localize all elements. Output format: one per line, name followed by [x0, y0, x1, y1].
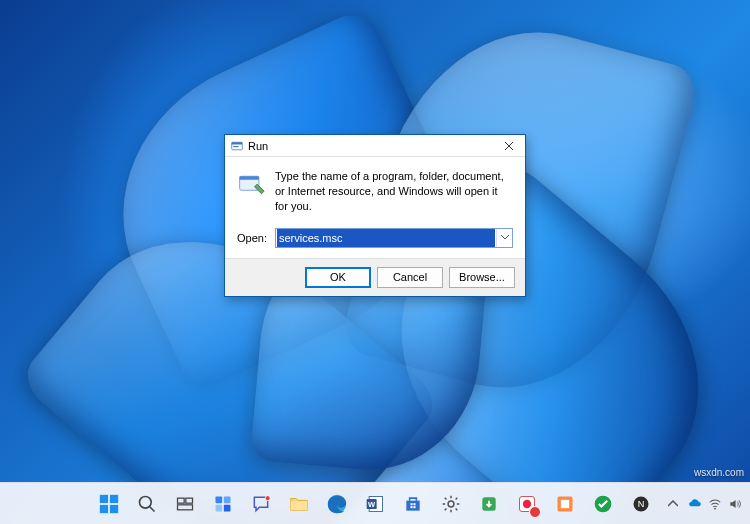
- task-view-icon: [174, 493, 196, 515]
- onedrive-icon[interactable]: [688, 497, 702, 511]
- svg-rect-2: [233, 146, 238, 147]
- watermark: wsxdn.com: [694, 467, 744, 478]
- wifi-icon[interactable]: [708, 497, 722, 511]
- svg-text:W: W: [368, 499, 376, 508]
- app-button-5[interactable]: N: [623, 486, 659, 522]
- widgets-icon: [212, 493, 234, 515]
- start-button[interactable]: [91, 486, 127, 522]
- svg-rect-17: [224, 504, 231, 511]
- svg-line-10: [150, 506, 155, 511]
- svg-rect-25: [413, 503, 415, 505]
- store-icon: [402, 493, 424, 515]
- svg-point-28: [448, 501, 454, 507]
- svg-rect-8: [110, 504, 118, 512]
- svg-rect-1: [232, 142, 243, 144]
- svg-rect-19: [291, 501, 308, 510]
- taskbar: W N: [0, 482, 750, 524]
- chevron-down-icon[interactable]: [496, 229, 512, 247]
- svg-rect-26: [411, 506, 413, 508]
- browse-button[interactable]: Browse...: [449, 267, 515, 288]
- ok-button[interactable]: OK: [305, 267, 371, 288]
- svg-rect-27: [413, 506, 415, 508]
- svg-rect-24: [411, 503, 413, 505]
- download-icon: [478, 493, 500, 515]
- chevron-up-icon[interactable]: [666, 497, 680, 511]
- svg-rect-16: [216, 504, 223, 511]
- svg-text:N: N: [638, 499, 645, 509]
- svg-rect-4: [240, 176, 259, 180]
- app-button-3[interactable]: [547, 486, 583, 522]
- dialog-title: Run: [248, 140, 268, 152]
- svg-rect-14: [216, 496, 223, 503]
- open-input[interactable]: [277, 229, 495, 247]
- app-button-4[interactable]: [585, 486, 621, 522]
- close-button[interactable]: [493, 135, 525, 157]
- chat-icon: [250, 493, 272, 515]
- edge-icon: [326, 493, 348, 515]
- word-icon: W: [364, 493, 386, 515]
- app-icon: [592, 493, 614, 515]
- open-combobox[interactable]: [275, 228, 513, 248]
- dialog-buttons: OK Cancel Browse...: [225, 258, 525, 296]
- search-icon: [136, 493, 158, 515]
- svg-point-37: [714, 507, 716, 509]
- svg-rect-6: [110, 494, 118, 502]
- notification-badge: [529, 506, 541, 518]
- svg-rect-13: [178, 504, 193, 509]
- app-button-1[interactable]: [471, 486, 507, 522]
- run-dialog: Run Type the name of a program, folder, …: [224, 134, 526, 297]
- system-tray[interactable]: [666, 497, 742, 511]
- file-explorer-button[interactable]: [281, 486, 317, 522]
- svg-rect-11: [178, 498, 185, 503]
- taskbar-items: W N: [91, 486, 659, 522]
- app-button-2[interactable]: [509, 486, 545, 522]
- gear-icon: [440, 493, 462, 515]
- svg-rect-33: [561, 499, 569, 507]
- word-button[interactable]: W: [357, 486, 393, 522]
- task-view-button[interactable]: [167, 486, 203, 522]
- program-icon: [237, 171, 265, 201]
- dialog-description: Type the name of a program, folder, docu…: [275, 169, 513, 214]
- search-button[interactable]: [129, 486, 165, 522]
- run-icon: [231, 140, 243, 152]
- svg-rect-5: [100, 494, 108, 502]
- folder-icon: [288, 493, 310, 515]
- app-icon: N: [630, 493, 652, 515]
- svg-point-18: [265, 495, 270, 500]
- titlebar[interactable]: Run: [225, 135, 525, 157]
- edge-button[interactable]: [319, 486, 355, 522]
- svg-rect-15: [224, 496, 231, 503]
- svg-rect-12: [186, 498, 193, 503]
- settings-button[interactable]: [433, 486, 469, 522]
- store-button[interactable]: [395, 486, 431, 522]
- app-icon: [554, 493, 576, 515]
- widgets-button[interactable]: [205, 486, 241, 522]
- svg-point-9: [140, 496, 152, 508]
- chat-button[interactable]: [243, 486, 279, 522]
- open-label: Open:: [237, 232, 267, 244]
- volume-icon[interactable]: [728, 497, 742, 511]
- cancel-button[interactable]: Cancel: [377, 267, 443, 288]
- svg-rect-7: [100, 504, 108, 512]
- windows-icon: [98, 493, 120, 515]
